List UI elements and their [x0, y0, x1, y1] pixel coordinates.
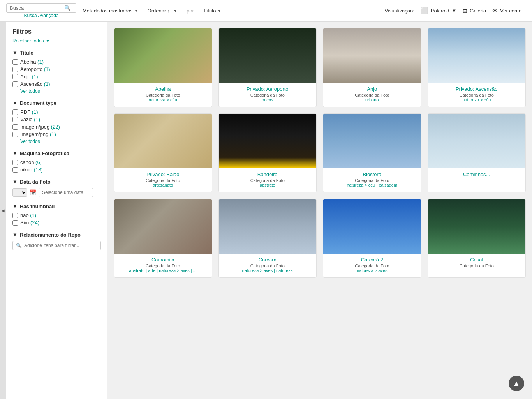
doctype-pdf-checkbox[interactable] — [12, 109, 18, 115]
doctype-vazio-checkbox[interactable] — [12, 117, 18, 122]
card-image — [428, 114, 526, 168]
titulo-arrow-icon: ▼ — [217, 9, 221, 13]
repo-search-input[interactable] — [24, 243, 97, 248]
card-category: artesanato — [150, 183, 176, 187]
titulo-button[interactable]: Título ▼ — [203, 8, 221, 14]
titulo-aeroporto-label[interactable]: Aeroporto (1) — [20, 66, 50, 72]
search-input[interactable] — [10, 5, 64, 11]
titulo-anjo-label[interactable]: Anjo (1) — [20, 74, 38, 79]
card-title: Carcará 2 — [358, 257, 386, 263]
doctype-ver-todos[interactable]: Ver todos — [20, 139, 101, 144]
card-item[interactable]: Carcará 2 Categoria da Foto natureza > a… — [323, 199, 421, 278]
date-operator-select[interactable]: = < > — [12, 188, 27, 197]
maquina-filter-header[interactable]: ▼ Máquina Fotográfica — [12, 150, 101, 156]
scroll-top-button[interactable]: ▲ — [509, 376, 524, 391]
card-category: urbano — [362, 97, 382, 102]
maquina-canon-label[interactable]: canon (6) — [20, 159, 42, 165]
thumbnail-sim-checkbox[interactable] — [12, 220, 18, 226]
por-separator: por — [187, 8, 194, 14]
doctype-png-checkbox[interactable] — [12, 132, 18, 137]
card-title: Casal — [467, 257, 486, 263]
date-input[interactable] — [39, 188, 93, 197]
maquina-nikon-label[interactable]: nikon (13) — [20, 167, 43, 173]
repo-filter-header[interactable]: ▼ Relacionamento do Repo — [12, 232, 101, 238]
titulo-abelha-checkbox[interactable] — [12, 59, 18, 65]
titulo-aeroporto-checkbox[interactable] — [12, 67, 18, 72]
card-item[interactable]: Anjo Categoria da Foto urbano — [323, 28, 421, 107]
search-button[interactable]: 🔍 — [64, 5, 71, 11]
galeria-view-button[interactable]: ⊞ Galeria — [463, 8, 486, 14]
repo-search-box: 🔍 — [12, 241, 101, 250]
maquina-nikon-checkbox[interactable] — [12, 167, 18, 173]
thumbnail-nao-checkbox[interactable] — [12, 213, 18, 218]
thumbnail-collapse-icon: ▼ — [12, 203, 18, 209]
card-subtitle: Categoria da Foto — [355, 93, 389, 97]
card-item[interactable]: Casal Categoria da Foto — [428, 199, 526, 278]
card-subtitle: Categoria da Foto — [460, 263, 494, 268]
card-image — [219, 114, 317, 168]
repo-collapse-icon: ▼ — [12, 232, 18, 238]
polaroid-icon: ⬜ — [421, 7, 428, 14]
titulo-ascensao-label[interactable]: Ascensão (1) — [20, 81, 50, 87]
search-wrapper: 🔍 Busca Avançada — [6, 3, 76, 18]
card-item[interactable]: Carcará Categoria da Foto natureza > ave… — [218, 199, 317, 278]
filtros-title: Filtros — [12, 28, 101, 35]
card-item[interactable]: Camomila Categoria da Foto abstrato | ar… — [114, 199, 212, 278]
card-title: Biosfera — [359, 171, 384, 177]
doctype-vazio-item: Vazio (1) — [12, 117, 101, 122]
card-category: natureza > céu | paisagem — [344, 183, 400, 187]
galeria-icon: ⊞ — [463, 8, 467, 14]
ordenar-button[interactable]: Ordenar ↑↓ ▼ — [148, 8, 178, 14]
card-image — [323, 28, 421, 83]
titulo-ascensao-checkbox[interactable] — [12, 81, 18, 87]
card-subtitle: Categoria da Foto — [460, 93, 494, 97]
busca-avancada-link[interactable]: Busca Avançada — [6, 13, 76, 18]
toggle-arrow-icon: ◀ — [2, 208, 5, 213]
thumbnail-nao-item: não (1) — [12, 212, 101, 218]
card-subtitle: Categoria da Foto — [146, 263, 180, 268]
card-title: Carcará — [255, 257, 280, 263]
maquina-canon-checkbox[interactable] — [12, 160, 18, 165]
polaroid-view-button[interactable]: ⬜ Polaroid ▼ — [421, 7, 457, 14]
titulo-filter-section: ▼ Título Abelha (1) Aeroporto (1) Anjo (… — [12, 50, 101, 94]
thumbnail-filter-section: ▼ Has thumbnail não (1) Sim (24) — [12, 203, 101, 226]
doctype-pdf-label[interactable]: PDF (1) — [20, 109, 38, 115]
card-item[interactable]: Bandeira Categoria da Foto abstrato — [218, 113, 317, 192]
titulo-anjo-checkbox[interactable] — [12, 74, 18, 79]
card-category: natureza > aves — [354, 268, 391, 273]
titulo-filter-header[interactable]: ▼ Título — [12, 50, 101, 56]
doctype-collapse-icon: ▼ — [12, 100, 18, 106]
card-item[interactable]: Privado: Aeroporto Categoria da Foto bec… — [218, 28, 317, 107]
ver-como-button[interactable]: 👁 Ver como... — [492, 8, 526, 14]
titulo-ver-todos[interactable]: Ver todos — [20, 88, 101, 94]
ver-como-icon: 👁 — [492, 8, 498, 14]
recolher-todos-button[interactable]: Recolher todos ▼ — [12, 38, 101, 44]
doctype-filter-header[interactable]: ▼ Document type — [12, 100, 101, 106]
card-item[interactable]: Caminhos... — [428, 113, 526, 192]
thumbnail-sim-label[interactable]: Sim (24) — [20, 220, 39, 226]
card-item[interactable]: Biosfera Categoria da Foto natureza > cé… — [323, 113, 421, 192]
card-category: natureza > aves | natureza — [239, 268, 296, 273]
card-item[interactable]: Privado: Ascensão Categoria da Foto natu… — [428, 28, 526, 107]
titulo-anjo-item: Anjo (1) — [12, 74, 101, 79]
titulo-abelha-label[interactable]: Abelha (1) — [20, 59, 44, 65]
card-item[interactable]: Privado: Baião Categoria da Foto artesan… — [114, 113, 212, 192]
doctype-png-label[interactable]: Imagem/png (1) — [20, 131, 56, 137]
card-title: Privado: Baião — [143, 171, 183, 177]
doctype-jpeg-checkbox[interactable] — [12, 124, 18, 130]
card-category: abstrato — [257, 183, 278, 187]
sidebar-toggle[interactable]: ◀ — [0, 22, 6, 399]
ordenar-arrow-icon: ▼ — [173, 9, 177, 13]
thumbnail-filter-header[interactable]: ▼ Has thumbnail — [12, 203, 101, 209]
maquina-canon-item: canon (6) — [12, 159, 101, 165]
card-image — [219, 199, 317, 254]
repo-filter-section: ▼ Relacionamento do Repo 🔍 — [12, 232, 101, 250]
data-filter-header[interactable]: ▼ Data da Foto — [12, 179, 101, 185]
doctype-vazio-label[interactable]: Vazio (1) — [20, 117, 40, 122]
card-image — [219, 28, 317, 83]
thumbnail-nao-label[interactable]: não (1) — [20, 212, 36, 218]
card-item[interactable]: Abelha Categoria da Foto natureza > céu — [114, 28, 212, 107]
doctype-jpeg-label[interactable]: Imagem/jpeg (22) — [20, 124, 60, 130]
top-controls: Metadados mostrados ▼ Ordenar ↑↓ ▼ por T… — [83, 7, 526, 14]
metadados-button[interactable]: Metadados mostrados ▼ — [83, 8, 138, 14]
